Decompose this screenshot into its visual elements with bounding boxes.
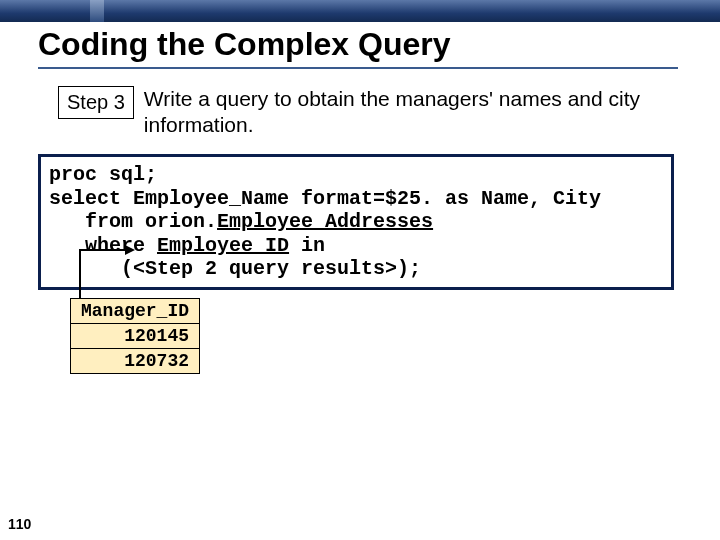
result-table: Manager_ID 120145 120732 [70,298,200,374]
code-line-3b: Employee_Addresses [217,210,433,233]
code-line-1: proc sql; [49,163,157,186]
code-line-4c: in [289,234,325,257]
slide: Coding the Complex Query Step 3 Write a … [0,0,720,540]
slide-title: Coding the Complex Query [38,26,678,69]
header-bar [0,0,720,22]
table-header: Manager_ID [71,299,199,324]
page-number: 110 [8,516,31,532]
step-badge: Step 3 [58,86,134,119]
step-description: Write a query to obtain the managers' na… [144,86,658,139]
code-line-2: select Employee_Name format=$25. as Name… [49,187,601,210]
table-row: 120732 [71,349,199,373]
code-line-4b: Employee_ID [157,234,289,257]
table-row: 120145 [71,324,199,349]
step-row: Step 3 Write a query to obtain the manag… [58,86,658,139]
svg-marker-1 [125,245,135,255]
